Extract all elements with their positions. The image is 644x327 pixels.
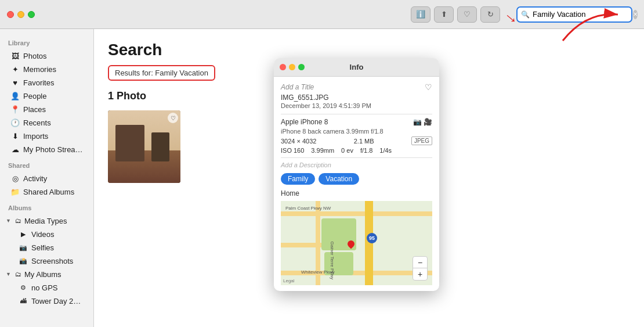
info-panel-header: Info — [274, 58, 439, 77]
info-description-field[interactable]: Add a Description — [281, 161, 432, 168]
map-zoom-controls: − + — [413, 256, 428, 281]
screenshots-icon: 📸 — [19, 256, 28, 265]
sidebar-item-places[interactable]: 📍 Places — [2, 103, 91, 116]
info-minimize-btn[interactable] — [289, 64, 295, 70]
shared-section-header: Shared — [0, 156, 93, 171]
info-tags: Family Vacation — [281, 173, 432, 185]
sidebar: Library 🖼 Photos ✦ Memories ♥ Favorites … — [0, 29, 94, 327]
info-divider-1 — [281, 114, 432, 114]
no-gps-label: no GPS — [31, 283, 58, 292]
sidebar-item-imports[interactable]: ⬇ Imports — [2, 130, 91, 142]
map-zoom-out-button[interactable]: − — [413, 257, 427, 268]
my-albums-label: My Albums — [24, 270, 61, 279]
map-legal: Legal — [283, 278, 295, 283]
shared-albums-icon: 📁 — [10, 187, 20, 196]
sidebar-item-favorites[interactable]: ♥ Favorites — [2, 76, 91, 89]
search-icon: 🔍 — [521, 10, 530, 19]
sidebar-item-shared-albums[interactable]: 📁 Shared Albums — [2, 185, 91, 198]
sidebar-item-screenshots[interactable]: 📸 Screenshots — [2, 254, 91, 267]
sidebar-item-no-gps[interactable]: ⚙ no GPS — [2, 281, 91, 294]
fullscreen-button[interactable] — [28, 11, 35, 18]
map-highway-badge: 95 — [367, 233, 377, 243]
map-zoom-in-button[interactable]: + — [413, 268, 427, 280]
my-albums-expand[interactable]: ▼ 🗂 My Albums — [2, 268, 91, 281]
expand-triangle-albums: ▼ — [6, 271, 12, 277]
sidebar-item-videos[interactable]: ▶ Videos — [2, 228, 91, 240]
search-box[interactable]: 🔍 ✕ — [516, 6, 632, 23]
media-types-expand[interactable]: ▼ 🗂 Media Types — [2, 214, 91, 227]
sidebar-item-photostream[interactable]: ☁ My Photo Strea… — [2, 143, 91, 156]
sidebar-item-photos[interactable]: 🖼 Photos — [2, 49, 91, 62]
favorite-button[interactable]: ♡ — [457, 6, 477, 23]
memories-icon: ✦ — [10, 64, 20, 74]
map-road-1 — [281, 211, 432, 216]
rotate-button[interactable]: ↻ — [480, 6, 500, 23]
no-gps-icon: ⚙ — [19, 283, 28, 292]
people-label: People — [23, 92, 46, 100]
photostream-icon: ☁ — [10, 145, 20, 154]
imports-label: Imports — [23, 132, 48, 141]
places-label: Places — [23, 105, 46, 114]
my-albums-icon: 🗂 — [13, 269, 23, 279]
info-exif-row: ISO 160 3.99mm 0 ev f/1.8 1/4s — [281, 147, 432, 154]
media-types-label: Media Types — [24, 217, 67, 225]
info-tag-vacation[interactable]: Vacation — [319, 173, 359, 185]
favorites-label: Favorites — [23, 78, 54, 87]
traffic-lights — [7, 11, 35, 18]
info-shutter: 1/4s — [379, 147, 392, 154]
info-close-btn[interactable] — [280, 64, 286, 70]
info-specs-row: 3024 × 4032 2.1 MB JPEG — [281, 136, 432, 145]
info-filesize: 2.1 MB — [354, 138, 374, 145]
memories-label: Memories — [23, 65, 56, 74]
results-badge: Results for: Family Vacation — [108, 65, 215, 81]
photo-badge: ♡ — [168, 113, 178, 123]
tower-day-icon: 🏙 — [19, 296, 28, 306]
info-iso: ISO 160 — [281, 147, 304, 154]
close-button[interactable] — [7, 11, 14, 18]
info-fullscreen-btn[interactable] — [298, 64, 305, 70]
videos-icon: ▶ — [19, 229, 28, 239]
titlebar: ℹ️ ⬆ ♡ ↻ 🔍 ✕ → — [0, 0, 644, 29]
photos-label: Photos — [23, 52, 46, 60]
toolbar-buttons: ℹ️ ⬆ ♡ ↻ — [411, 6, 500, 23]
screenshots-label: Screenshots — [31, 257, 73, 265]
sidebar-item-people[interactable]: 👤 People — [2, 89, 91, 102]
photos-icon: 🖼 — [10, 51, 20, 60]
info-button[interactable]: ℹ️ — [411, 6, 430, 23]
info-camera-details: iPhone 8 back camera 3.99mm f/1.8 — [281, 128, 432, 135]
info-device-name: Apple iPhone 8 — [281, 118, 328, 126]
page-title: Search — [108, 41, 630, 59]
albums-section-header: Albums — [0, 199, 93, 214]
photo-thumbnail[interactable]: ♡ — [108, 110, 180, 183]
favorites-icon: ♥ — [10, 78, 20, 87]
places-icon: 📍 — [10, 105, 20, 114]
sidebar-item-selfies[interactable]: 📷 Selfies — [2, 241, 91, 254]
sidebar-item-activity[interactable]: ◎ Activity — [2, 172, 91, 185]
clear-search-button[interactable]: ✕ — [633, 10, 638, 19]
info-divider-2 — [281, 157, 432, 158]
add-title-field[interactable]: Add a Title — [281, 83, 314, 91]
share-button[interactable]: ⬆ — [434, 6, 454, 23]
info-aperture: f/1.8 — [360, 147, 372, 154]
recents-icon: 🕐 — [10, 118, 20, 127]
map-label-1: Palm Coast Pkwy NW — [285, 206, 331, 211]
map-label-3: Whiteview Pkwy — [301, 269, 335, 275]
info-panel-title: Info — [350, 63, 364, 71]
info-format-badge: JPEG — [411, 136, 432, 145]
info-location-name: Home — [281, 189, 432, 197]
info-device-row: Apple iPhone 8 📷 🎥 — [281, 118, 432, 126]
sidebar-item-recents[interactable]: 🕐 Recents — [2, 116, 91, 129]
sidebar-item-tower-day[interactable]: 🏙 Tower Day 2… — [2, 294, 91, 307]
info-heart-icon[interactable]: ♡ — [425, 82, 432, 92]
map-area[interactable]: 95 Palm Coast Pkwy NW Gainer Terre Pkwy … — [281, 201, 432, 285]
recents-label: Recents — [23, 118, 51, 127]
info-dimensions: 3024 × 4032 — [281, 138, 316, 145]
main-content: Search Results for: Family Vacation 1 Ph… — [94, 29, 644, 327]
info-tag-family[interactable]: Family — [281, 173, 315, 185]
minimize-button[interactable] — [17, 11, 24, 18]
photostream-label: My Photo Strea… — [23, 145, 83, 154]
selfies-icon: 📷 — [19, 243, 28, 252]
search-input[interactable] — [533, 10, 630, 19]
main-layout: Library 🖼 Photos ✦ Memories ♥ Favorites … — [0, 29, 644, 327]
sidebar-item-memories[interactable]: ✦ Memories — [2, 63, 91, 76]
